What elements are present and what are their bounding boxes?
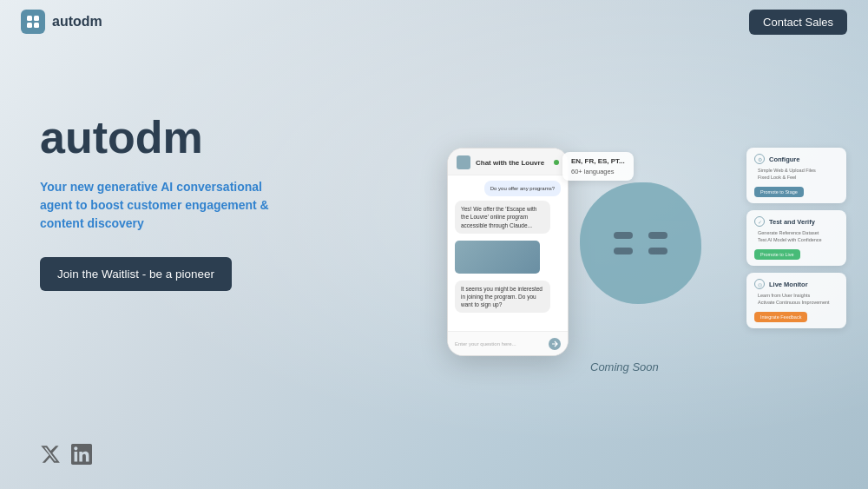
blob-eye-right [648,232,667,239]
phone-header-title: Chat with the Louvre [476,159,544,167]
social-icons [40,444,92,465]
chat-bubble-bot-1: Yes! We offer the 'Escape with the Louvr… [455,201,550,233]
language-codes: EN, FR, ES, PT... [571,156,625,167]
configure-icon: ⚙ [754,154,765,164]
promote-to-live-button[interactable]: Promote to Live [754,249,800,260]
configure-line-2: Fixed Look & Feel [754,175,838,180]
pipeline-card-test: ✓ Test and Verify Generate Reference Dat… [746,210,846,266]
coming-soon-label: Coming Soon [590,360,659,373]
hero-title: autodm [40,113,283,162]
chat-image [455,241,540,274]
pipeline-monitor-header: ◎ Live Monitor [754,279,838,289]
svg-rect-2 [27,23,32,28]
waitlist-button[interactable]: Join the Waitlist - be a pioneer [40,257,232,291]
test-title: Test and Verify [769,218,815,226]
x-twitter-icon[interactable] [40,444,61,465]
hero-subtitle: Your new generative AI conversational ag… [40,178,283,233]
monitor-line-2: Activate Continuous Improvement [754,300,838,305]
blob-eye-left [614,232,633,239]
blob-mascot [580,182,701,304]
hero-section: autodm Your new generative AI conversati… [40,113,283,291]
pipeline-card-monitor: ◎ Live Monitor Learn from User Insights … [746,273,846,328]
configure-title: Configure [769,155,799,163]
svg-rect-3 [34,23,39,28]
pipeline-card-configure: ⚙ Configure Simple Web & Upload Files Fi… [746,148,846,203]
brand-name: autodm [52,14,102,30]
test-icon: ✓ [754,216,765,227]
monitor-title: Live Monitor [769,281,808,288]
phone-chat-body: Do you offer any programs? Yes! We offer… [448,175,568,330]
chat-bubble-bot-2: It seems you might be interested in join… [455,281,550,313]
svg-rect-1 [34,16,39,21]
phone-mockup: Chat with the Louvre Do you offer any pr… [447,148,569,356]
language-badge: EN, FR, ES, PT... 60+ languages [562,152,634,181]
logo-icon [21,10,45,34]
language-description: 60+ languages [571,167,625,176]
blob-eyes [614,232,667,239]
test-line-2: Test AI Model with Confidence [754,237,838,242]
contact-sales-button[interactable]: Contact Sales [749,10,847,35]
blob-mouth-right [648,248,667,254]
test-line-1: Generate Reference Dataset [754,230,838,235]
phone-input-placeholder[interactable]: Enter your question here... [455,341,544,347]
blob-shape [580,182,701,304]
phone-send-button[interactable] [549,338,561,350]
configure-line-1: Simple Web & Upload Files [754,168,838,173]
monitor-icon: ◎ [754,279,765,289]
brand-logo: autodm [21,10,102,34]
pipeline-configure-header: ⚙ Configure [754,154,838,164]
phone-input-bar: Enter your question here... [448,331,568,355]
pipeline-test-header: ✓ Test and Verify [754,216,838,227]
blob-face [614,232,667,254]
navbar: autodm Contact Sales [0,0,868,43]
phone-header: Chat with the Louvre [448,149,568,175]
chat-bubble-user-1: Do you offer any programs? [484,181,561,196]
monitor-line-1: Learn from User Insights [754,293,838,298]
blob-mouth-row [614,248,667,254]
svg-rect-0 [27,16,32,21]
promote-to-stage-button[interactable]: Promote to Stage [754,187,804,197]
phone-status-dot [554,160,559,165]
phone-header-icon [457,155,470,169]
blob-mouth-left [614,248,633,254]
integrate-feedback-button[interactable]: Integrate Feedback [754,312,807,322]
linkedin-icon[interactable] [71,444,92,465]
pipeline-panel: ⚙ Configure Simple Web & Upload Files Fi… [746,148,846,328]
